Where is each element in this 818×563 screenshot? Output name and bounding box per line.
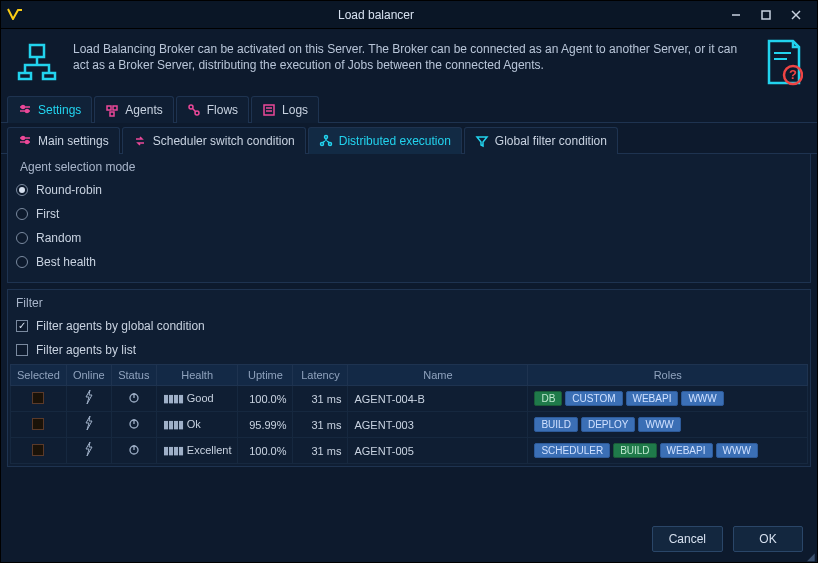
svg-rect-15 (107, 106, 111, 110)
main-tabs: Settings Agents Flows Logs (1, 96, 817, 123)
agents-icon (105, 103, 119, 117)
radio-round-robin[interactable]: Round-robin (16, 178, 802, 202)
radio-icon (16, 208, 28, 220)
maximize-button[interactable] (751, 5, 781, 25)
switch-icon (133, 134, 147, 148)
bolt-icon (84, 393, 94, 407)
tab-settings[interactable]: Settings (7, 96, 92, 123)
sub-tabs: Main settings Scheduler switch condition… (1, 123, 817, 154)
svg-point-13 (22, 106, 25, 109)
close-button[interactable] (781, 5, 811, 25)
load-balancer-icon (15, 39, 59, 86)
svg-rect-5 (19, 73, 31, 79)
tab-agents[interactable]: Agents (94, 96, 173, 123)
help-icon[interactable]: ? (763, 39, 803, 90)
cell-selected[interactable] (11, 412, 67, 438)
svg-rect-16 (113, 106, 117, 110)
funnel-icon (475, 134, 489, 148)
col-status[interactable]: Status (111, 365, 156, 386)
svg-rect-20 (264, 105, 274, 115)
tab-label: Agents (125, 103, 162, 117)
checkbox-icon (16, 344, 28, 356)
cell-status (111, 386, 156, 412)
power-icon (128, 444, 140, 458)
subtab-scheduler-switch[interactable]: Scheduler switch condition (122, 127, 306, 154)
subtab-global-filter[interactable]: Global filter condition (464, 127, 618, 154)
cell-online (66, 386, 111, 412)
tab-label: Flows (207, 103, 238, 117)
cell-uptime: 100.0% (238, 438, 293, 464)
radio-icon (16, 256, 28, 268)
role-tag: WWW (638, 417, 680, 432)
cell-latency: 31 ms (293, 438, 348, 464)
cell-name: AGENT-005 (348, 438, 528, 464)
col-roles[interactable]: Roles (528, 365, 808, 386)
ok-button[interactable]: OK (733, 526, 803, 552)
svg-rect-1 (762, 11, 770, 19)
agent-selection-group: Agent selection mode Round-robin First R… (7, 154, 811, 283)
col-selected[interactable]: Selected (11, 365, 67, 386)
col-health[interactable]: Health (156, 365, 238, 386)
role-tag: WWW (681, 391, 723, 406)
subtab-label: Scheduler switch condition (153, 134, 295, 148)
cell-uptime: 95.99% (238, 412, 293, 438)
col-latency[interactable]: Latency (293, 365, 348, 386)
subtab-label: Global filter condition (495, 134, 607, 148)
distributed-icon (319, 134, 333, 148)
subtab-distributed-execution[interactable]: Distributed execution (308, 127, 462, 154)
window-title: Load balancer (31, 8, 721, 22)
radio-best-health[interactable]: Best health (16, 250, 802, 274)
cell-selected[interactable] (11, 386, 67, 412)
row-checkbox-icon[interactable] (32, 444, 44, 456)
row-checkbox-icon[interactable] (32, 418, 44, 430)
svg-point-18 (189, 105, 193, 109)
table-header-row: Selected Online Status Health Uptime Lat… (11, 365, 808, 386)
radio-first[interactable]: First (16, 202, 802, 226)
cell-name: AGENT-003 (348, 412, 528, 438)
dialog-footer: Cancel OK (652, 526, 803, 552)
cell-online (66, 438, 111, 464)
signal-icon: ▮▮▮▮ (163, 418, 183, 430)
table-row[interactable]: ▮▮▮▮Good100.0%31 msAGENT-004-BDBCUSTOMWE… (11, 386, 808, 412)
svg-text:?: ? (789, 67, 797, 82)
role-tag: WWW (716, 443, 758, 458)
titlebar: Load balancer (1, 1, 817, 29)
cell-roles: SCHEDULERBUILDWEBAPIWWW (528, 438, 808, 464)
content-panel: Agent selection mode Round-robin First R… (1, 154, 817, 473)
cell-selected[interactable] (11, 438, 67, 464)
checkbox-filter-global[interactable]: Filter agents by global condition (8, 314, 810, 338)
power-icon (128, 392, 140, 406)
agents-table: Selected Online Status Health Uptime Lat… (10, 364, 808, 464)
minimize-button[interactable] (721, 5, 751, 25)
col-name[interactable]: Name (348, 365, 528, 386)
row-checkbox-icon[interactable] (32, 392, 44, 404)
svg-point-27 (324, 136, 327, 139)
table-row[interactable]: ▮▮▮▮Ok95.99%31 msAGENT-003BUILDDEPLOYWWW (11, 412, 808, 438)
sliders-icon (18, 134, 32, 148)
col-uptime[interactable]: Uptime (238, 365, 293, 386)
tab-logs[interactable]: Logs (251, 96, 319, 123)
svg-point-25 (22, 137, 25, 140)
tab-flows[interactable]: Flows (176, 96, 249, 123)
subtab-label: Main settings (38, 134, 109, 148)
table-row[interactable]: ▮▮▮▮Excellent100.0%31 msAGENT-005SCHEDUL… (11, 438, 808, 464)
subtab-main-settings[interactable]: Main settings (7, 127, 120, 154)
filter-group: Filter Filter agents by global condition… (7, 289, 811, 467)
cancel-button[interactable]: Cancel (652, 526, 723, 552)
tab-label: Logs (282, 103, 308, 117)
svg-point-19 (195, 111, 199, 115)
header-description: Load Balancing Broker can be activated o… (73, 39, 749, 73)
role-tag: DEPLOY (581, 417, 636, 432)
checkbox-label: Filter agents by list (36, 343, 136, 357)
bolt-icon (84, 419, 94, 433)
radio-random[interactable]: Random (16, 226, 802, 250)
resize-grip-icon[interactable]: ◢ (807, 554, 815, 560)
bolt-icon (84, 445, 94, 459)
role-tag: BUILD (613, 443, 656, 458)
logs-icon (262, 103, 276, 117)
checkbox-icon (16, 320, 28, 332)
power-icon (128, 418, 140, 432)
col-online[interactable]: Online (66, 365, 111, 386)
checkbox-filter-list[interactable]: Filter agents by list (8, 338, 810, 362)
role-tag: BUILD (534, 417, 577, 432)
